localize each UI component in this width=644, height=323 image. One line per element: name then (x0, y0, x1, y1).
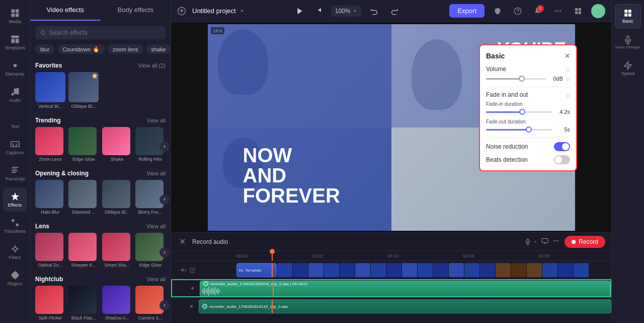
zoom-control[interactable]: 100% (331, 6, 362, 17)
export-button[interactable]: Export (449, 4, 485, 18)
view-all-lens[interactable]: View all (146, 223, 166, 229)
preview-area: YOU'RE THE ONE NOW AND FOREVER 16:9 Basi… (171, 22, 611, 232)
view-all-trending[interactable]: View all (146, 117, 166, 123)
sidebar-item-filters[interactable]: Filters (3, 240, 27, 264)
beats-detection-toggle[interactable] (554, 155, 570, 164)
audio-track-2-row: recorder_audio_1706262614116_clip_0.aac (171, 297, 611, 315)
play-button[interactable] (293, 4, 307, 18)
volume-reset-icon[interactable]: ◇ (566, 76, 570, 82)
screen-icon (541, 237, 548, 244)
nightclub-next-arrow[interactable]: › (159, 300, 170, 310)
search-bar (35, 26, 166, 39)
ruler-mark-6: 00:06 (463, 253, 474, 259)
record-dot (572, 240, 576, 244)
view-all-favorites[interactable]: View all (2) (138, 62, 166, 69)
chip-zoom-lens[interactable]: zoom lens (108, 44, 143, 54)
redo-button[interactable] (387, 4, 401, 18)
svg-point-11 (13, 247, 17, 251)
left-sidebar: Media Templates Elements Audio Text Capt… (0, 0, 30, 323)
right-sidebar-basic[interactable]: Basic (615, 4, 641, 28)
effect-sharpen[interactable]: Sharpen E... (68, 233, 99, 268)
notification-bell[interactable]: 1 (531, 4, 545, 18)
svg-rect-5 (11, 39, 15, 43)
effect-zoom-lens[interactable]: Zoom Lens (35, 127, 65, 162)
fade-out-slider-thumb[interactable] (526, 126, 532, 133)
app-logo-icon (177, 7, 186, 16)
audio-icon-circle-2 (202, 304, 207, 309)
effect-oblique-bl2[interactable]: Oblique Bl... (102, 180, 132, 215)
basic-panel-close-button[interactable]: × (565, 51, 570, 60)
audio-track-1-row: recorder_audio_1706262356016_clip_0.aac … (171, 279, 611, 297)
fade-in-slider[interactable] (486, 111, 552, 113)
lens-next-arrow[interactable]: › (159, 247, 170, 257)
effect-shake[interactable]: Shake (102, 127, 132, 162)
noise-reduction-toggle[interactable] (554, 142, 570, 151)
fade-in-label: Fade-in duration (486, 101, 570, 107)
sidebar-item-effects[interactable]: Effects (3, 187, 27, 212)
opening-next-arrow[interactable]: › (159, 195, 170, 205)
timeline-ruler: 00:00 00:02 00:04 00:06 00:08 (171, 251, 611, 261)
effect-halo-blur[interactable]: Halo Blur (35, 180, 65, 215)
sidebar-item-captions[interactable]: Captions (3, 135, 27, 159)
sidebar-item-audio[interactable]: Audio (3, 83, 27, 107)
more-options-button[interactable] (552, 237, 559, 246)
close-record-icon[interactable]: ✕ (177, 237, 187, 247)
svg-point-7 (13, 64, 17, 68)
volume-slider[interactable] (486, 78, 546, 80)
effect-smart-sharp[interactable]: Smart Sha... (102, 233, 132, 268)
right-sidebar-speed[interactable]: Speed (615, 56, 641, 81)
effect-vertical-blur[interactable]: Vertical Bl... (35, 72, 65, 109)
chip-blur[interactable]: blur (35, 44, 54, 54)
volume-slider-thumb[interactable] (519, 76, 525, 82)
shield-icon[interactable] (491, 4, 505, 18)
project-name[interactable]: Untitled project (192, 7, 245, 15)
sidebar-item-plugins[interactable]: Plugins (3, 266, 27, 290)
volume-diamond-icon[interactable]: ◇ (566, 67, 570, 72)
layout-icon[interactable] (571, 4, 585, 18)
rewind-button[interactable] (311, 4, 325, 18)
sidebar-item-transcript[interactable]: Transcript (3, 161, 27, 185)
undo-button[interactable] (367, 4, 381, 18)
help-icon[interactable] (511, 4, 525, 18)
section-favorites-header: Favorites View all (2) (35, 58, 166, 72)
sidebar-item-media[interactable]: Media (3, 4, 27, 28)
more-options-icon[interactable] (551, 4, 565, 18)
search-input[interactable] (49, 29, 160, 36)
tab-video-effects[interactable]: Video effects (30, 0, 101, 21)
effect-oblique-blur[interactable]: ⭐ Oblique Bl... (68, 72, 99, 109)
audio-clip-2[interactable]: recorder_audio_1706262614116_clip_0.aac (199, 299, 611, 313)
top-right-icons: 1 U (491, 4, 605, 18)
sidebar-item-templates[interactable]: Templates (3, 30, 27, 54)
edit-icon[interactable] (190, 267, 196, 273)
sidebar-item-elements[interactable]: Elements (3, 56, 27, 81)
effect-black-flash[interactable]: Black Flas... (68, 286, 99, 320)
fade-row: Fade in and out ◇ (486, 91, 570, 98)
screen-record-button[interactable] (541, 237, 548, 246)
fade-diamond-icon[interactable]: ◇ (566, 92, 570, 98)
audio-clip-1[interactable]: recorder_audio_1706262356016_clip_0.aac … (200, 281, 610, 297)
effect-diamond[interactable]: Diamond ... (68, 180, 99, 215)
chip-countdown[interactable]: Countdown 🔥 (57, 44, 105, 54)
effect-edge-glow[interactable]: Edge Glow (68, 127, 99, 162)
toolbar-playback (293, 4, 325, 18)
right-sidebar-voice-changer[interactable]: Voice changer (615, 30, 641, 54)
chip-shake[interactable]: shake (146, 44, 171, 54)
effect-shadow-n[interactable]: Shadow n... (102, 286, 132, 320)
noise-reduction-row: Noise reduction (486, 142, 570, 151)
effect-split-flicker[interactable]: Split Flicker (35, 286, 65, 320)
user-avatar[interactable]: U (591, 4, 605, 18)
svg-rect-33 (624, 14, 627, 17)
microphone-button[interactable] (524, 238, 537, 245)
timeline-tracks: Dr. Template (171, 261, 611, 323)
sidebar-item-transitions[interactable]: Transitions (3, 214, 27, 238)
trending-next-arrow[interactable]: › (159, 142, 170, 152)
sidebar-item-text[interactable]: Text (3, 109, 27, 133)
fade-in-slider-thumb[interactable] (519, 109, 525, 115)
effect-optical-zoom[interactable]: Optical Zo... (35, 233, 65, 268)
preview-text-center: NOW AND FOREVER (243, 145, 340, 206)
fade-out-slider[interactable] (486, 129, 552, 131)
view-all-opening[interactable]: View all (146, 170, 166, 176)
record-button[interactable]: Record (565, 236, 605, 248)
tab-body-effects[interactable]: Body effects (101, 0, 171, 21)
view-all-nightclub[interactable]: View all (146, 276, 166, 282)
